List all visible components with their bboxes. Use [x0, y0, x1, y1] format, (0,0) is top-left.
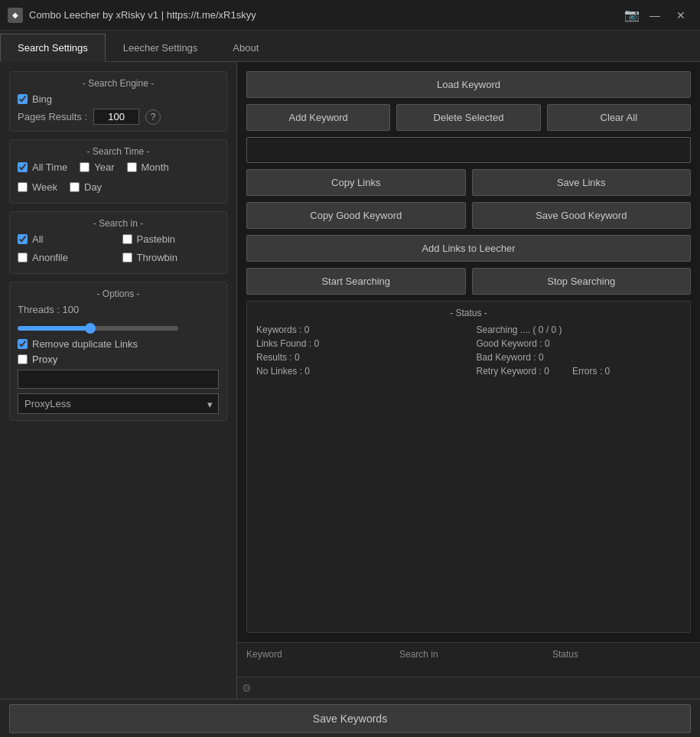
options-title: - Options -	[18, 289, 219, 299]
app-window: ◆ Combo Leecher by xRisky v1 | https://t…	[0, 0, 700, 737]
save-keywords-button[interactable]: Save Keywords	[9, 704, 691, 733]
pastebin-checkbox[interactable]	[122, 234, 132, 244]
left-panel: - Search Engine - Bing Pages Results : ?	[0, 62, 237, 699]
start-stop-row: Start Searching Stop Searching	[246, 268, 691, 295]
options-section: - Options - Threads : 100 Remove duplica…	[9, 282, 227, 421]
proxy-label: Proxy	[32, 354, 57, 365]
tab-bar: Search Settings Leecher Settings About	[0, 31, 700, 62]
all-time-row: All Time	[18, 161, 67, 173]
anonfile-checkbox[interactable]	[18, 253, 28, 263]
col-status: Status	[552, 649, 700, 670]
clear-all-button[interactable]: Clear All	[547, 104, 691, 131]
status-section: - Status - Keywords : 0 Searching .... (…	[246, 301, 691, 633]
search-engine-title: - Search Engine -	[18, 78, 219, 89]
col-keyword: Keyword	[246, 649, 399, 670]
all-checkbox[interactable]	[18, 234, 28, 244]
day-checkbox[interactable]	[70, 182, 80, 192]
proxy-select[interactable]: ProxyLess HTTP SOCKS4 SOCKS5	[18, 393, 219, 414]
title-bar: ◆ Combo Leecher by xRisky v1 | https://t…	[0, 0, 700, 31]
pages-row: Pages Results : ?	[18, 109, 219, 125]
start-searching-button[interactable]: Start Searching	[246, 268, 466, 295]
close-button[interactable]: ✕	[669, 5, 692, 26]
proxy-select-container: ProxyLess HTTP SOCKS4 SOCKS5 ▾	[18, 393, 219, 414]
search-in-section: - Search in - All Pastebin Anonfile	[9, 211, 227, 274]
pages-label: Pages Results :	[18, 111, 87, 122]
anonfile-row: Anonfile	[18, 252, 115, 263]
day-row: Day	[70, 181, 102, 193]
save-good-keyword-button[interactable]: Save Good Keyword	[472, 202, 692, 229]
search-in-title: - Search in -	[18, 218, 219, 229]
threads-label: Threads : 100	[18, 304, 79, 315]
table-body: ⚙	[237, 677, 700, 699]
proxy-row: Proxy	[18, 354, 219, 365]
right-top: Load Keyword Add Keyword Delete Selected…	[237, 62, 700, 642]
right-panel-wrapper: Load Keyword Add Keyword Delete Selected…	[237, 62, 700, 699]
month-checkbox[interactable]	[127, 162, 137, 172]
tab-about[interactable]: About	[215, 34, 276, 61]
minimize-button[interactable]: —	[643, 5, 666, 26]
table-header: Keyword Search in Status Links Found	[237, 643, 700, 677]
camera-button[interactable]: 📷	[620, 5, 643, 26]
proxy-checkbox[interactable]	[18, 354, 28, 364]
throwbin-checkbox[interactable]	[122, 253, 132, 263]
search-time-section: - Search Time - All Time Year Month	[9, 139, 227, 204]
table-section: Keyword Search in Status Links Found ⚙	[237, 642, 700, 699]
help-icon[interactable]: ?	[145, 109, 161, 125]
body-area: - Search Engine - Bing Pages Results : ?	[0, 62, 700, 699]
throwbin-label: Throwbin	[137, 252, 177, 263]
all-time-checkbox[interactable]	[18, 162, 28, 172]
delete-selected-button[interactable]: Delete Selected	[396, 104, 540, 131]
throwbin-row: Throwbin	[122, 252, 220, 263]
bing-row: Bing	[18, 93, 219, 105]
threads-row: Threads : 100	[18, 304, 219, 315]
stop-searching-button[interactable]: Stop Searching	[472, 268, 692, 295]
status-grid: Keywords : 0 Searching .... ( 0 / 0 ) Li…	[256, 324, 681, 377]
search-engine-section: - Search Engine - Bing Pages Results : ?	[9, 71, 227, 132]
all-row: All	[18, 233, 115, 245]
errors-status: Errors : 0	[572, 366, 610, 377]
panels-row: - Search Engine - Bing Pages Results : ?	[0, 62, 700, 699]
copy-good-keyword-button[interactable]: Copy Good Keyword	[246, 202, 466, 229]
searching-status: Searching .... ( 0 / 0 )	[477, 324, 682, 335]
col-search-in: Search in	[399, 649, 552, 670]
week-checkbox[interactable]	[18, 182, 28, 192]
gear-icon: ⚙	[240, 680, 253, 696]
tab-search-settings[interactable]: Search Settings	[0, 34, 106, 62]
pages-input[interactable]	[93, 109, 139, 125]
month-row: Month	[127, 161, 169, 173]
good-keyword-row: Copy Good Keyword Save Good Keyword	[246, 202, 691, 229]
search-in-checkboxes: All Pastebin Anonfile Throwbin	[18, 233, 219, 267]
footer: Save Keywords	[0, 699, 700, 737]
save-links-button[interactable]: Save Links	[472, 169, 692, 196]
results-status: Results : 0	[256, 352, 461, 363]
tab-leecher-settings[interactable]: Leecher Settings	[106, 34, 216, 61]
year-row: Year	[80, 161, 114, 173]
retry-errors-row: Retry Keyword : 0 Errors : 0	[477, 366, 682, 377]
bing-checkbox[interactable]	[18, 94, 28, 104]
window-title: Combo Leecher by xRisky v1 | https://t.m…	[29, 9, 620, 21]
month-label: Month	[142, 161, 169, 173]
keyword-input-area[interactable]	[246, 137, 691, 163]
time-checkboxes: All Time Year Month Week	[18, 161, 219, 197]
copy-save-links-row: Copy Links Save Links	[246, 169, 691, 196]
retry-keyword-status: Retry Keyword : 0	[477, 366, 549, 377]
keyword-action-row: Add Keyword Delete Selected Clear All	[246, 104, 691, 131]
anonfile-label: Anonfile	[32, 252, 68, 263]
week-label: Week	[32, 181, 57, 193]
remove-dup-checkbox[interactable]	[18, 339, 28, 349]
year-label: Year	[94, 161, 114, 173]
all-time-label: All Time	[32, 161, 67, 173]
threads-slider[interactable]	[18, 326, 178, 331]
year-checkbox[interactable]	[80, 162, 90, 172]
no-linkes-status: No Linkes : 0	[256, 366, 461, 377]
day-label: Day	[84, 181, 102, 193]
good-keyword-status: Good Keyword : 0	[477, 338, 682, 349]
add-keyword-button[interactable]: Add Keyword	[246, 104, 390, 131]
remove-dup-label: Remove duplicate Links	[32, 338, 138, 350]
add-links-leecher-button[interactable]: Add Links to Leecher	[246, 235, 691, 262]
links-found-status: Links Found : 0	[256, 338, 461, 349]
proxy-input[interactable]	[18, 370, 219, 389]
bad-keyword-status: Bad Keyword : 0	[477, 352, 682, 363]
load-keyword-button[interactable]: Load Keyword	[246, 71, 691, 98]
copy-links-button[interactable]: Copy Links	[246, 169, 466, 196]
